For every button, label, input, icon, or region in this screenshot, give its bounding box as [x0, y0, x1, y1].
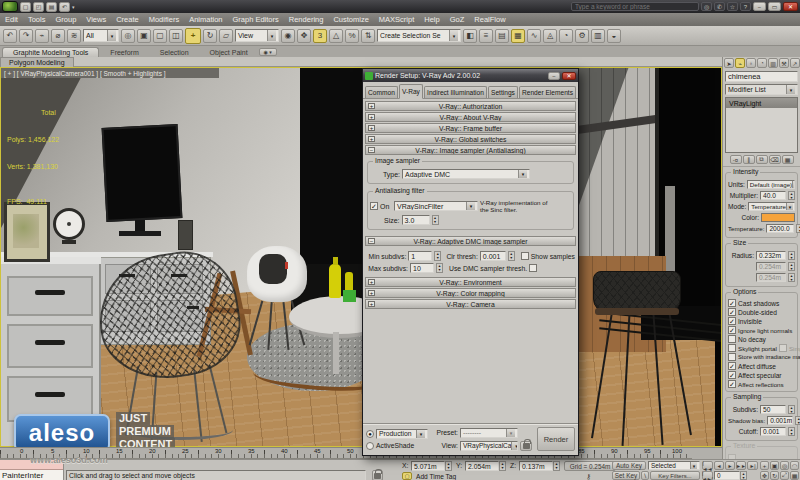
- menu-goz[interactable]: GoZ: [445, 13, 470, 26]
- render-setup-icon[interactable]: ⚙: [575, 29, 589, 43]
- quick-access-expand-icon[interactable]: ▾: [72, 4, 75, 10]
- temperature-spinner[interactable]: ▴▾: [796, 224, 800, 233]
- go-to-end-icon[interactable]: ►|: [747, 461, 758, 470]
- pin-stack-icon[interactable]: -¤: [730, 155, 742, 164]
- communication-icon[interactable]: ✆: [714, 2, 725, 11]
- material-editor-icon[interactable]: ◔: [559, 29, 573, 43]
- rollout-global-switches[interactable]: +V-Ray:: Global switches: [365, 134, 576, 144]
- utilities-tab-icon[interactable]: ⚒: [779, 58, 789, 68]
- hierarchy-tab-icon[interactable]: ♁: [746, 58, 756, 68]
- redo-icon[interactable]: ↷: [19, 29, 33, 43]
- select-scale-icon[interactable]: ▱: [219, 29, 233, 43]
- set-key-button[interactable]: Set Key: [612, 471, 640, 480]
- selection-filter-dropdown[interactable]: All▾: [83, 29, 119, 42]
- production-radio[interactable]: ●: [366, 430, 374, 438]
- ribbon-tab-object-paint[interactable]: Object Paint: [200, 48, 258, 57]
- render-button[interactable]: Render: [537, 427, 575, 451]
- select-object-icon[interactable]: ◎: [121, 29, 135, 43]
- light-color-swatch[interactable]: [761, 213, 795, 222]
- rollout-image-sampler[interactable]: −V-Ray:: Image sampler (Antialiasing): [365, 145, 576, 155]
- store-irradiance-checkbox[interactable]: [728, 353, 736, 361]
- frame-spinner[interactable]: ▴▾: [740, 471, 747, 480]
- menu-realflow[interactable]: RealFlow: [469, 13, 510, 26]
- tab-render-elements[interactable]: Render Elements: [519, 86, 576, 98]
- isolate-toggle-icon[interactable]: ▢: [402, 472, 412, 480]
- undo-quick-icon[interactable]: ↶: [59, 2, 70, 12]
- pan-icon[interactable]: ✥: [760, 471, 769, 480]
- show-samples-checkbox[interactable]: [521, 252, 529, 260]
- y-field[interactable]: 2.054m: [465, 461, 499, 471]
- object-name-field[interactable]: chimenea: [725, 71, 798, 82]
- modify-tab-icon[interactable]: ⌁: [735, 58, 745, 68]
- viewport[interactable]: [ + ] [ VRayPhysicalCamera001 ] [ Smooth…: [0, 67, 722, 447]
- make-unique-icon[interactable]: ⧉: [756, 155, 768, 164]
- panel-expand-icon[interactable]: ↗: [790, 58, 800, 68]
- min-subdivs-field[interactable]: 1: [408, 251, 432, 261]
- multiplier-field[interactable]: 40.0: [760, 191, 786, 200]
- search-input[interactable]: [571, 2, 699, 11]
- nav-extra-icon[interactable]: ▦: [790, 471, 799, 480]
- modifier-list-dropdown[interactable]: Modifier List▾: [725, 84, 798, 95]
- zoom-extents-icon[interactable]: ◎: [780, 461, 789, 470]
- preset-dropdown[interactable]: --------▾: [460, 428, 518, 438]
- rectangular-selection-icon[interactable]: ▢: [153, 29, 167, 43]
- set-keys-icon[interactable]: ∖: [641, 471, 649, 480]
- maximize-viewport-icon[interactable]: ⤢: [780, 471, 789, 480]
- invisible-checkbox[interactable]: ✓: [728, 317, 736, 325]
- tab-vray[interactable]: V-Ray: [399, 84, 423, 99]
- ribbon-tab-freeform[interactable]: Freeform: [100, 48, 148, 57]
- open-file-icon[interactable]: ◰: [33, 2, 44, 12]
- configure-modifier-sets-icon[interactable]: ▦: [782, 155, 794, 164]
- graphite-toggle-icon[interactable]: ▦: [511, 29, 525, 43]
- close-window-icon[interactable]: ✕: [783, 2, 798, 11]
- rollout-frame-buffer[interactable]: +V-Ray:: Frame buffer: [365, 123, 576, 133]
- menu-views[interactable]: Views: [81, 13, 111, 26]
- unlink-icon[interactable]: ⌀: [51, 29, 65, 43]
- max-subdivs-field[interactable]: 10: [410, 263, 434, 273]
- subdivs-field[interactable]: 50: [760, 405, 786, 414]
- bind-spacewarp-icon[interactable]: ≋: [67, 29, 81, 43]
- tab-settings[interactable]: Settings: [488, 86, 518, 98]
- add-time-tag[interactable]: Add Time Tag: [416, 473, 456, 480]
- field-of-view-icon[interactable]: ◠: [790, 461, 799, 470]
- rollout-about-vray[interactable]: +V-Ray:: About V-Ray: [365, 112, 576, 122]
- shadow-bias-spinner[interactable]: ▴▾: [795, 416, 800, 425]
- menu-edit[interactable]: Edit: [0, 13, 23, 26]
- min-subdivs-spinner[interactable]: ▴▾: [434, 251, 441, 261]
- temperature-field[interactable]: 2000.0: [766, 224, 794, 233]
- show-end-result-icon[interactable]: ∥: [743, 155, 755, 164]
- zoom-icon[interactable]: +: [760, 461, 769, 470]
- ribbon-options-icon[interactable]: ◉ ▾: [259, 48, 277, 56]
- dialog-minimize-icon[interactable]: −: [548, 72, 560, 80]
- window-crossing-icon[interactable]: ◫: [169, 29, 183, 43]
- radius-spinner[interactable]: ▴▾: [788, 251, 795, 260]
- menu-tools[interactable]: Tools: [23, 13, 51, 26]
- clr-thresh-field[interactable]: 0.001: [480, 251, 506, 261]
- tab-indirect-illumination[interactable]: Indirect Illumination: [424, 86, 487, 98]
- no-decay-checkbox[interactable]: [728, 335, 736, 343]
- view-dropdown[interactable]: VRayPhysicalCa▾: [460, 441, 518, 451]
- save-file-icon[interactable]: ▤: [46, 2, 57, 12]
- rollout-adaptive-dmc[interactable]: −V-Ray:: Adaptive DMC image sampler: [365, 236, 576, 246]
- affect-diffuse-checkbox[interactable]: ✓: [728, 362, 736, 370]
- select-by-name-icon[interactable]: ▣: [137, 29, 151, 43]
- select-manipulate-icon[interactable]: ✥: [297, 29, 311, 43]
- menu-help[interactable]: Help: [419, 13, 444, 26]
- use-pivot-center-icon[interactable]: ◉: [281, 29, 295, 43]
- multiplier-spinner[interactable]: ▴▾: [788, 191, 795, 200]
- play-icon[interactable]: ►: [725, 461, 735, 470]
- cutoff-field[interactable]: 0.001: [760, 427, 786, 436]
- tab-common[interactable]: Common: [365, 86, 398, 98]
- ribbon-subtab-polygon-modeling[interactable]: Polygon Modeling: [0, 57, 74, 67]
- shadow-bias-field[interactable]: 0.001m: [767, 416, 793, 425]
- create-tab-icon[interactable]: ➤: [724, 58, 734, 68]
- quick-render-icon[interactable]: ◒: [607, 29, 621, 43]
- y-spinner[interactable]: ▴▾: [499, 461, 506, 471]
- menu-animation[interactable]: Animation: [184, 13, 227, 26]
- create-selection-set-dropdown[interactable]: Create Selection Se▾: [377, 29, 461, 42]
- mirror-icon[interactable]: ◧: [463, 29, 477, 43]
- angle-snap-icon[interactable]: △: [329, 29, 343, 43]
- curve-editor-icon[interactable]: ∿: [527, 29, 541, 43]
- x-field[interactable]: 5.071m: [411, 461, 445, 471]
- auto-key-button[interactable]: Auto Key: [612, 461, 646, 470]
